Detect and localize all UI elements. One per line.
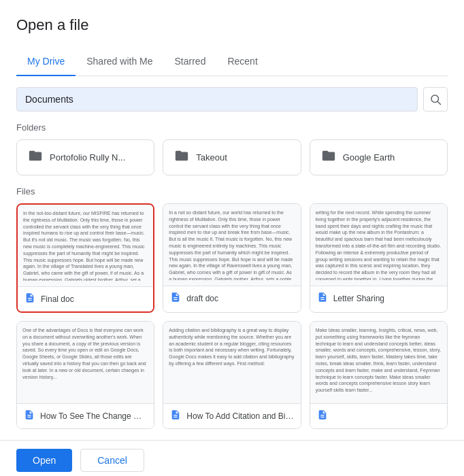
file-preview-text-1: In the not-too-distant future, our MISFI… — [23, 210, 148, 281]
folders-label: Folders — [0, 122, 464, 139]
file-footer-6 — [310, 403, 447, 428]
file-card-3[interactable]: writing for the next record. While spend… — [310, 203, 448, 313]
file-footer-3: Letter Sharing — [310, 286, 447, 311]
file-preview-text-5: Adding citation and bibliography is a gr… — [169, 327, 295, 367]
file-card-5[interactable]: Adding citation and bibliography is a gr… — [163, 321, 301, 429]
doc-icon-6 — [317, 409, 328, 423]
file-footer-5: How To Add Citation and Bibliography in … — [163, 403, 300, 428]
folders-grid: Portofolio Rully N... Takeout Google Ear… — [0, 139, 464, 186]
content-area: Folders Portofolio Rully N... Takeout Go… — [0, 76, 464, 440]
doc-icon-5 — [170, 409, 181, 423]
file-preview-6: Make Ideas smaller, learning, Insights, … — [310, 322, 447, 403]
folder-name-3: Google Earth — [343, 152, 395, 163]
files-grid: In the not-too-distant future, our MISFI… — [0, 203, 464, 440]
file-name-3: Letter Sharing — [333, 294, 384, 303]
search-button[interactable] — [423, 87, 448, 112]
file-preview-4: One of the advantages of Docs is that ev… — [17, 322, 154, 403]
file-card-6[interactable]: Make Ideas smaller, learning, Insights, … — [310, 321, 448, 429]
doc-icon-1 — [24, 292, 35, 306]
cancel-button[interactable]: Cancel — [80, 449, 144, 472]
file-preview-3: writing for the next record. While spend… — [310, 204, 447, 286]
search-bar — [0, 76, 464, 122]
file-preview-text-6: Make Ideas smaller, learning, Insights, … — [316, 327, 442, 394]
file-card-2[interactable]: In a not so distant future, our world ha… — [163, 203, 301, 313]
doc-icon-3 — [317, 292, 328, 305]
file-name-1: Final doc — [41, 294, 74, 304]
svg-line-1 — [438, 102, 441, 105]
tab-recent[interactable]: Recent — [216, 48, 268, 76]
dialog-header: Open a file My Drive Shared with Me Star… — [0, 0, 464, 76]
tab-shared-with-me[interactable]: Shared with Me — [76, 48, 163, 76]
file-preview-text-3: writing for the next record. While spend… — [316, 209, 442, 280]
folder-icon-3 — [321, 148, 336, 167]
tab-my-drive[interactable]: My Drive — [16, 48, 76, 76]
file-preview-2: In a not so distant future, our world ha… — [163, 204, 300, 286]
open-button[interactable]: Open — [16, 449, 72, 472]
file-card-1[interactable]: In the not-too-distant future, our MISFI… — [16, 203, 154, 313]
folder-name-2: Takeout — [196, 152, 227, 163]
open-file-dialog: Open a file My Drive Shared with Me Star… — [0, 0, 464, 476]
file-name-2: draft doc — [186, 294, 218, 303]
svg-point-0 — [431, 95, 439, 103]
tab-starred[interactable]: Starred — [164, 48, 217, 76]
file-name-4: How To See The Change History For Your G… — [40, 411, 147, 421]
files-label: Files — [0, 186, 464, 203]
file-card-4[interactable]: One of the advantages of Docs is that ev… — [16, 321, 154, 429]
doc-icon-2 — [170, 292, 181, 305]
folder-card-3[interactable]: Google Earth — [310, 139, 448, 175]
folder-name-1: Portofolio Rully N... — [50, 152, 125, 163]
file-footer-4: How To See The Change History For Your G… — [17, 403, 154, 428]
file-footer-1: Final doc — [18, 286, 153, 311]
folder-card-1[interactable]: Portofolio Rully N... — [16, 139, 154, 175]
search-input[interactable] — [16, 87, 418, 112]
tab-bar: My Drive Shared with Me Starred Recent — [16, 48, 448, 76]
file-preview-5: Adding citation and bibliography is a gr… — [163, 322, 300, 403]
dialog-title: Open a file — [16, 16, 448, 34]
dialog-footer: Open Cancel — [0, 440, 464, 476]
file-name-5: How To Add Citation and Bibliography in … — [186, 411, 293, 421]
file-preview-text-4: One of the advantages of Docs is that ev… — [22, 327, 148, 380]
file-footer-2: draft doc — [163, 286, 300, 311]
folder-icon-2 — [174, 148, 189, 167]
folder-icon-1 — [28, 148, 43, 167]
folder-card-2[interactable]: Takeout — [163, 139, 301, 175]
doc-icon-4 — [24, 409, 35, 423]
file-preview-text-2: In a not so distant future, our world ha… — [169, 209, 295, 280]
search-icon — [429, 93, 442, 105]
file-preview-1: In the not-too-distant future, our MISFI… — [18, 205, 153, 286]
